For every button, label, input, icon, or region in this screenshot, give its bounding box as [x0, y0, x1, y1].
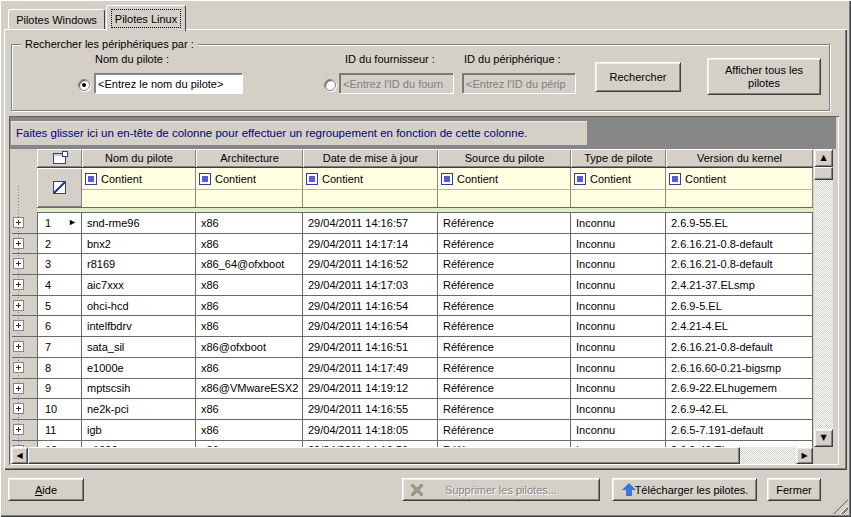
- type-cell: Inconnu: [571, 254, 666, 274]
- filter-cell-label: Contient: [215, 173, 256, 185]
- row-number-cell: 3: [37, 254, 82, 274]
- filter-empty-cell[interactable]: [303, 190, 438, 207]
- scroll-right-button[interactable]: ▶: [796, 447, 813, 464]
- filter-cell[interactable]: Contient: [571, 168, 666, 190]
- date-cell: 29/04/2011 14:16:55: [303, 399, 438, 419]
- type-cell: Inconnu: [571, 234, 666, 254]
- table-row[interactable]: 7sata_silx86@ofxboot29/04/2011 14:16:51R…: [12, 337, 813, 358]
- filter-empty-cell[interactable]: [82, 190, 196, 207]
- scroll-up-button[interactable]: ▲: [814, 149, 833, 167]
- filter-cell[interactable]: Contient: [196, 168, 303, 190]
- show-all-drivers-button[interactable]: Afficher tous les pilotes: [707, 58, 821, 95]
- filter-type-icon[interactable]: [85, 173, 97, 185]
- table-row[interactable]: 4aic7xxxx8629/04/2011 14:17:03RéférenceI…: [12, 275, 813, 296]
- expand-plus-icon[interactable]: [13, 217, 24, 228]
- row-number-cell: 5: [37, 296, 82, 316]
- name-cell: ne2k-pci: [82, 399, 196, 419]
- expand-plus-icon[interactable]: [13, 300, 24, 311]
- filter-type-icon[interactable]: [669, 173, 681, 185]
- expand-plus-icon[interactable]: [13, 424, 24, 435]
- filter-row: ContientContientContientContientContient…: [82, 168, 813, 190]
- expand-plus-icon[interactable]: [13, 362, 24, 373]
- expand-plus-icon[interactable]: [13, 403, 24, 414]
- field-chooser-cell[interactable]: [37, 149, 82, 168]
- hscrollbar-thumb[interactable]: [28, 447, 740, 464]
- column-header-2[interactable]: Architecture: [196, 149, 303, 168]
- date-cell: 29/04/2011 14:16:51: [303, 337, 438, 357]
- filter-type-icon[interactable]: [306, 173, 318, 185]
- download-drivers-button[interactable]: Télécharger les pilotes.: [612, 478, 757, 501]
- expand-plus-icon[interactable]: [13, 238, 24, 249]
- table-header-row: Nom du piloteArchitectureDate de mise à …: [82, 149, 813, 168]
- group-by-hint: Faites glisser ici un en-tête de colonne…: [11, 121, 587, 145]
- arch-cell: x86: [196, 234, 303, 254]
- name-cell: igb: [82, 420, 196, 440]
- vscrollbar-thumb[interactable]: [814, 167, 833, 180]
- expand-plus-icon[interactable]: [13, 383, 24, 394]
- id-search-radio[interactable]: [324, 79, 336, 91]
- filter-type-icon[interactable]: [441, 173, 453, 185]
- scroll-left-button[interactable]: ◀: [11, 447, 28, 464]
- driver-name-radio[interactable]: [78, 79, 90, 91]
- tab-pilotes-linux[interactable]: Pilotes Linux: [106, 5, 186, 31]
- filter-type-icon[interactable]: [574, 173, 586, 185]
- row-margin-cell: [12, 337, 37, 357]
- field-chooser-icon-overlay: [62, 151, 68, 157]
- column-header-1[interactable]: Nom du pilote: [82, 149, 196, 168]
- column-header-3[interactable]: Date de mise à jour: [303, 149, 438, 168]
- tab-pilotes-windows[interactable]: Pilotes Windows: [8, 9, 105, 29]
- table-row[interactable]: 9mptscsihx86@VMwareESX229/04/2011 14:19:…: [12, 379, 813, 400]
- table-row[interactable]: 2bnx2x8629/04/2011 14:17:14RéférenceInco…: [12, 234, 813, 255]
- filter-empty-cell[interactable]: [666, 190, 813, 207]
- filter-empty-cell[interactable]: [571, 190, 666, 207]
- vertical-scrollbar[interactable]: ▲ ▼: [814, 149, 833, 447]
- filter-cell[interactable]: Contient: [303, 168, 438, 190]
- type-cell: Inconnu: [571, 337, 666, 357]
- row-number: 7: [45, 341, 51, 353]
- table-row[interactable]: 6intelfbdrvx8629/04/2011 14:16:54Référen…: [12, 316, 813, 337]
- device-id-input: [462, 73, 576, 94]
- table-row[interactable]: 5ohci-hcdx8629/04/2011 14:16:54Référence…: [12, 296, 813, 317]
- filter-empty-cell[interactable]: [196, 190, 303, 207]
- table-row[interactable]: 3r8169x86_64@ofxboot29/04/2011 14:16:52R…: [12, 254, 813, 275]
- column-header-4[interactable]: Source du pilote: [438, 149, 571, 168]
- table-row[interactable]: 10ne2k-pcix8629/04/2011 14:16:55Référenc…: [12, 399, 813, 420]
- filter-cell[interactable]: Contient: [438, 168, 571, 190]
- radio-dot: [82, 83, 86, 87]
- source-cell: Référence: [438, 358, 571, 378]
- search-button[interactable]: Rechercher: [595, 62, 681, 92]
- row-number: 3: [45, 258, 51, 270]
- expand-plus-icon[interactable]: [13, 341, 24, 352]
- date-cell: 29/04/2011 14:17:03: [303, 275, 438, 295]
- row-margin-cell: [12, 296, 37, 316]
- table-row[interactable]: 8e1000ex8629/04/2011 14:17:49RéférenceIn…: [12, 358, 813, 379]
- group-by-bar[interactable]: Faites glisser ici un en-tête de colonne…: [10, 117, 836, 149]
- help-button-label: Aide: [35, 484, 57, 496]
- row-number: 11: [45, 424, 56, 436]
- kernel-cell: 2.6.9-22.ELhugemem: [666, 379, 813, 399]
- expand-plus-icon[interactable]: [13, 258, 24, 269]
- filter-cell[interactable]: Contient: [82, 168, 196, 190]
- source-cell: Référence: [438, 234, 571, 254]
- expand-plus-icon[interactable]: [13, 320, 24, 331]
- table-row[interactable]: 11igbx8629/04/2011 14:18:05RéférenceInco…: [12, 420, 813, 441]
- type-cell: Inconnu: [571, 399, 666, 419]
- row-number: 10: [45, 403, 57, 415]
- filter-type-icon[interactable]: [199, 173, 211, 185]
- row-number-cell: 1►: [37, 213, 82, 233]
- resize-grip[interactable]: [833, 499, 848, 514]
- table-row[interactable]: 1►snd-rme96x8629/04/2011 14:16:57Référen…: [12, 213, 813, 234]
- close-button[interactable]: Fermer: [767, 478, 821, 501]
- scroll-down-button[interactable]: ▼: [814, 429, 833, 447]
- expand-plus-icon[interactable]: [13, 279, 24, 290]
- customize-filter-cell[interactable]: [37, 168, 82, 207]
- help-button[interactable]: Aide: [8, 478, 84, 501]
- filter-cell[interactable]: Contient: [666, 168, 813, 190]
- scroll-left-icon: ◀: [16, 452, 22, 460]
- driver-name-input[interactable]: [94, 73, 243, 94]
- filter-empty-cell[interactable]: [438, 190, 571, 207]
- column-header-6[interactable]: Version du kernel: [666, 149, 813, 168]
- column-header-5[interactable]: Type de pilote: [571, 149, 666, 168]
- date-cell: 29/04/2011 14:19:12: [303, 379, 438, 399]
- horizontal-scrollbar[interactable]: ◀ ▶: [11, 447, 813, 464]
